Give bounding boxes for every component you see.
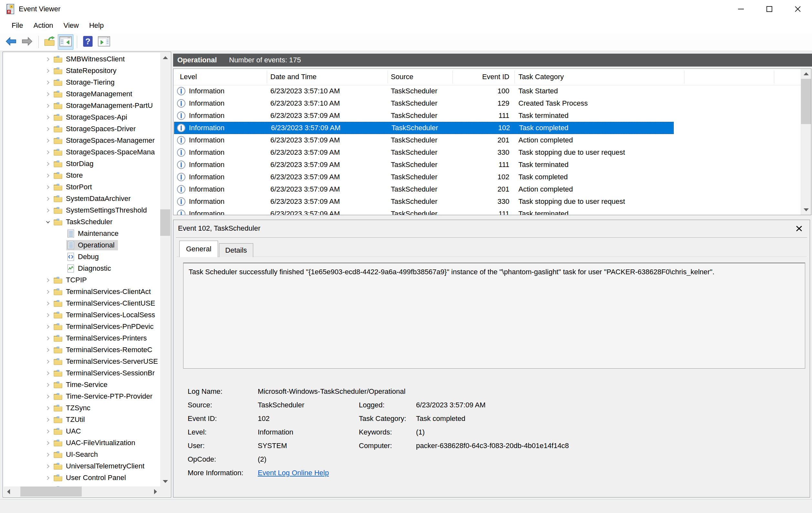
tree-item-body[interactable]: TaskScheduler [53, 217, 116, 227]
tree-item-time-service[interactable]: Time-Service [4, 379, 160, 391]
menu-file[interactable]: File [6, 20, 28, 31]
back-button[interactable] [3, 34, 19, 50]
console-tree-button[interactable] [58, 34, 73, 50]
tree-item-ui-search[interactable]: UI-Search [4, 449, 160, 460]
chevron-right-icon[interactable] [43, 463, 53, 469]
tree-horizontal-scrollbar[interactable] [4, 486, 161, 496]
tab-general[interactable]: General [179, 241, 218, 257]
event-row[interactable]: Information6/23/2023 3:57:09 AMTaskSched… [173, 134, 801, 146]
menu-action[interactable]: Action [28, 20, 58, 31]
chevron-right-icon[interactable] [43, 451, 53, 458]
tree-item-stordiag[interactable]: StorDiag [4, 158, 160, 170]
chevron-right-icon[interactable] [43, 137, 53, 144]
tree-item-tcpip[interactable]: TCPIP [4, 274, 160, 286]
tree-item-body[interactable]: Time-Service [53, 379, 111, 390]
tree-item-body[interactable]: Operational [66, 240, 118, 250]
tree-item-tzsync[interactable]: TZSync [4, 402, 160, 414]
chevron-right-icon[interactable] [43, 428, 53, 434]
chevron-right-icon[interactable] [43, 417, 53, 423]
tree-item-storagespaces-spacemana[interactable]: StorageSpaces-SpaceMana [4, 146, 160, 158]
tree-item-body[interactable]: UI-Search [53, 449, 101, 460]
tree-item-terminalservices-remotec[interactable]: TerminalServices-RemoteC [4, 344, 160, 356]
forward-button[interactable] [19, 34, 35, 50]
help-button[interactable]: ? [80, 34, 96, 50]
tree-item-terminalservices-clientuse[interactable]: TerminalServices-ClientUSE [4, 297, 160, 309]
tree-item-body[interactable]: Diagnostic [66, 263, 114, 274]
event-row[interactable]: Information6/23/2023 3:57:09 AMTaskSched… [173, 171, 801, 183]
event-row[interactable]: Information6/23/2023 3:57:10 AMTaskSched… [173, 85, 801, 97]
chevron-right-icon[interactable] [43, 323, 53, 330]
chevron-right-icon[interactable] [43, 56, 53, 62]
event-row[interactable]: Information6/23/2023 3:57:09 AMTaskSched… [173, 183, 801, 195]
list-vertical-scrollbar[interactable] [801, 69, 811, 215]
tree-item-uac[interactable]: UAC [4, 425, 160, 437]
tree-item-body[interactable]: User Control Panel [53, 473, 129, 483]
chevron-right-icon[interactable] [43, 277, 53, 283]
action-pane-button[interactable] [96, 34, 112, 50]
tree-item-staterepository[interactable]: StateRepository [4, 65, 160, 77]
event-description[interactable]: Task Scheduler successfully finished "{1… [183, 263, 805, 369]
tree-item-body[interactable]: TZSync [53, 403, 94, 413]
tree-item-body[interactable]: TerminalServices-PnPDevic [53, 321, 157, 332]
tree-item-storage-tiering[interactable]: Storage-Tiering [4, 77, 160, 88]
tree-item-terminalservices-clientact[interactable]: TerminalServices-ClientAct [4, 286, 160, 297]
tree-item-storagespaces-managemer[interactable]: StorageSpaces-Managemer [4, 135, 160, 146]
tree-item-user-control-panel[interactable]: User Control Panel [4, 472, 160, 484]
tree-item-maintenance[interactable]: Maintenance [4, 228, 160, 239]
tree-item-body[interactable]: TerminalServices-ClientUSE [53, 298, 158, 309]
tree-scroll-thumb[interactable] [160, 209, 170, 236]
tree-item-body[interactable]: TZUtil [53, 415, 88, 425]
column-divider[interactable] [453, 70, 453, 83]
chevron-right-icon[interactable] [43, 347, 53, 353]
tree-item-body[interactable]: StorPort [53, 182, 95, 192]
tree-item-body[interactable]: Store [53, 170, 86, 180]
chevron-right-icon[interactable] [43, 91, 53, 97]
tree-item-body[interactable]: Time-Service-PTP-Provider [53, 391, 156, 402]
tree-item-body[interactable]: UAC-FileVirtualization [53, 438, 139, 448]
chevron-right-icon[interactable] [43, 172, 53, 179]
tree-item-systemdataarchiver[interactable]: SystemDataArchiver [4, 193, 160, 204]
tree-item-storport[interactable]: StorPort [4, 181, 160, 193]
maximize-button[interactable] [755, 0, 784, 18]
chevron-right-icon[interactable] [43, 67, 53, 74]
chevron-right-icon[interactable] [43, 79, 53, 86]
tree-item-body[interactable]: Debug [66, 252, 102, 262]
chevron-right-icon[interactable] [43, 195, 53, 202]
tree-item-terminalservices-printers[interactable]: TerminalServices-Printers [4, 333, 160, 344]
tree-item-terminalservices-localsess[interactable]: TerminalServices-LocalSess [4, 309, 160, 321]
menu-help[interactable]: Help [84, 20, 109, 31]
tree-item-terminalservices-sessionbr[interactable]: TerminalServices-SessionBr [4, 367, 160, 379]
chevron-right-icon[interactable] [43, 475, 53, 481]
chevron-right-icon[interactable] [43, 126, 53, 132]
column-divider[interactable] [267, 70, 267, 83]
event-row[interactable]: Information6/23/2023 3:57:09 AMTaskSched… [173, 208, 801, 215]
tree-item-universaltelemetryclient[interactable]: UniversalTelemetryClient [4, 460, 160, 472]
tree-item-uac-filevirtualization[interactable]: UAC-FileVirtualization [4, 437, 160, 449]
tree-item-body[interactable]: TerminalServices-LocalSess [53, 310, 158, 320]
tree-item-terminalservices-serveruse[interactable]: TerminalServices-ServerUSE [4, 356, 160, 367]
column-header-source[interactable]: Source [391, 69, 413, 85]
tree-item-body[interactable]: Maintenance [66, 228, 122, 239]
chevron-right-icon[interactable] [43, 161, 53, 167]
tree-item-body[interactable]: StateRepository [53, 65, 120, 76]
tree-item-storagespaces-driver[interactable]: StorageSpaces-Driver [4, 123, 160, 135]
tree-item-body[interactable]: Storage-Tiering [53, 77, 118, 88]
chevron-down-icon[interactable] [43, 219, 53, 225]
tree-item-storagemanagement-partu[interactable]: StorageManagement-PartU [4, 100, 160, 111]
tree-item-body[interactable]: StorDiag [53, 159, 97, 169]
tree-item-terminalservices-pnpdevic[interactable]: TerminalServices-PnPDevic [4, 321, 160, 333]
chevron-right-icon[interactable] [43, 288, 53, 295]
column-header-task-category[interactable]: Task Category [518, 69, 564, 85]
tree-item-body[interactable]: TCPIP [53, 275, 90, 285]
list-scroll-thumb[interactable] [801, 79, 811, 124]
event-row[interactable]: Information6/23/2023 3:57:09 AMTaskSched… [173, 110, 801, 122]
tree-item-body[interactable]: SystemSettingsThreshold [53, 205, 150, 216]
tree-item-tzutil[interactable]: TZUtil [4, 414, 160, 425]
chevron-right-icon[interactable] [43, 103, 53, 109]
chevron-right-icon[interactable] [43, 405, 53, 411]
tree-item-storagespaces-api[interactable]: StorageSpaces-Api [4, 111, 160, 123]
tree-item-taskscheduler[interactable]: TaskScheduler [4, 216, 160, 228]
chevron-right-icon[interactable] [43, 440, 53, 446]
scroll-down-button[interactable] [160, 477, 170, 486]
tree-item-body[interactable]: StorageSpaces-Managemer [53, 135, 158, 146]
